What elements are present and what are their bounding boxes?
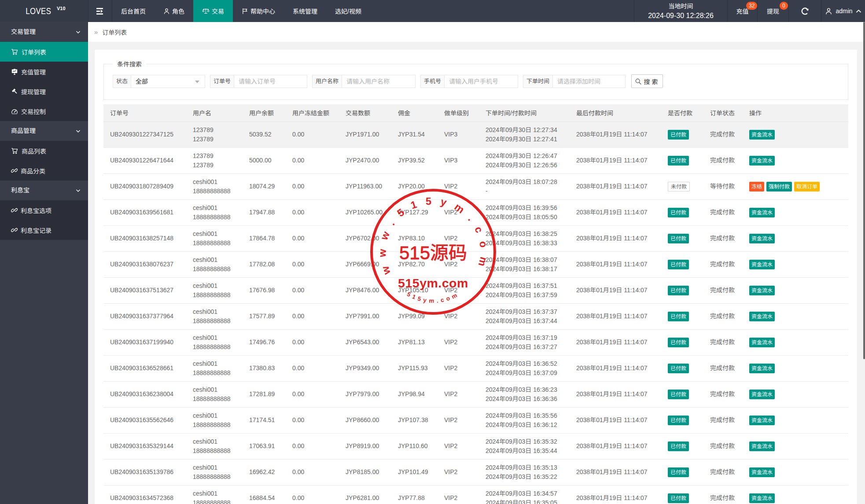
- sidebar-item[interactable]: 提现管理: [0, 81, 88, 101]
- search-legend: 条件搜索: [113, 59, 146, 68]
- nav-item-icon-wrap: [163, 8, 170, 15]
- cell-balance: 17947.88: [243, 199, 286, 225]
- nav-item[interactable]: 角色: [155, 0, 193, 22]
- recharge-menu-item[interactable]: 充值 32: [727, 0, 757, 22]
- table-row[interactable]: UB2409031638076237ceshi00118888888888177…: [103, 251, 848, 277]
- sidebar-item[interactable]: 利息宝选项: [0, 200, 88, 220]
- action-button[interactable]: 资金流水: [749, 441, 775, 451]
- sidebar-item[interactable]: 商品列表: [0, 141, 88, 161]
- table-row[interactable]: UB2409031637377964ceshi00118888888888175…: [103, 303, 848, 329]
- action-button[interactable]: 资金流水: [749, 390, 775, 399]
- user-menu[interactable]: admin: [821, 0, 865, 22]
- cell-order-status: 完成付款: [703, 485, 743, 504]
- table-row[interactable]: UB2409031636238004ceshi00118888888888172…: [103, 381, 848, 407]
- cell-user-name: 123789123789: [186, 121, 243, 147]
- sidebar-item-label: 利息宝记录: [21, 226, 52, 235]
- sidebar-item[interactable]: 商品分类: [0, 161, 88, 180]
- cell-level: VIP2: [438, 173, 479, 199]
- table-row[interactable]: UB2409031635329144ceshi00118888888888170…: [103, 433, 848, 459]
- cell-actions: 资金流水: [743, 459, 848, 485]
- cell-order-status: 完成付款: [703, 225, 743, 251]
- table-row[interactable]: UB2409031639561681ceshi00118888888888179…: [103, 199, 848, 225]
- order-no-input[interactable]: [234, 75, 307, 88]
- cell-amount: JYP2470.00: [339, 147, 391, 173]
- nav-item[interactable]: 帮助中心: [233, 0, 284, 22]
- cell-amount: JYP1971.00: [339, 121, 391, 147]
- brand-name: LOVES: [26, 6, 52, 16]
- table-row[interactable]: UB2409031637513627ceshi00118888888888176…: [103, 277, 848, 303]
- search-button[interactable]: 搜索: [631, 74, 663, 88]
- action-button[interactable]: 资金流水: [749, 364, 775, 373]
- column-header: 佣金: [391, 104, 438, 121]
- cell-actions: 资金流水: [743, 433, 848, 459]
- table-row[interactable]: UB2409031635562646ceshi00118888888888171…: [103, 407, 848, 433]
- cell-paid-state: 已付款: [661, 329, 703, 355]
- withdraw-menu-item[interactable]: 提现 0: [757, 0, 788, 22]
- status-select[interactable]: 全部: [131, 75, 205, 88]
- nav-item-icon-wrap: [202, 7, 210, 15]
- sidebar-item-label: 利息宝选项: [21, 206, 52, 215]
- action-button[interactable]: 取消订单: [794, 182, 820, 191]
- table-body: UB24093012273471251237891237895039.520.0…: [103, 121, 848, 504]
- sidebar-item[interactable]: 交易控制: [0, 101, 88, 121]
- action-button[interactable]: 强制付款: [766, 182, 792, 191]
- cell-frozen: 0.00: [286, 459, 339, 485]
- table-row[interactable]: UB24093012264716441237891237895000.000.0…: [103, 147, 848, 173]
- sidebar-item[interactable]: 订单列表: [0, 42, 88, 62]
- action-button[interactable]: 资金流水: [749, 312, 775, 321]
- table-row[interactable]: UB2409031637199940ceshi00118888888888174…: [103, 329, 848, 355]
- nav-item[interactable]: 系统管理: [284, 0, 326, 22]
- action-button[interactable]: 资金流水: [749, 130, 775, 140]
- cell-amount: JYP10265.00: [339, 199, 391, 225]
- action-button[interactable]: 资金流水: [749, 338, 775, 347]
- action-button[interactable]: 资金流水: [749, 260, 775, 269]
- cell-order-no: UB2409031639561681: [103, 199, 186, 225]
- action-button[interactable]: 资金流水: [749, 416, 775, 425]
- cell-order-pay-time: 2024年09月03日 16:36:522024年09月03日 16:37:09: [479, 355, 570, 381]
- sidebar-group[interactable]: 商品管理: [0, 121, 88, 141]
- table-row[interactable]: UB2409031636528661ceshi00118888888888173…: [103, 355, 848, 381]
- action-button[interactable]: 资金流水: [749, 156, 775, 166]
- table-row[interactable]: UB2409031807289409ceshi00118888888888180…: [103, 173, 848, 199]
- cell-last-pay-time: 2038年01月19日 11:14:07: [570, 147, 661, 173]
- sidebar-group[interactable]: 交易管理: [0, 22, 88, 42]
- column-header: 用户冻结金额: [286, 104, 339, 121]
- scrollbar-thumb[interactable]: [863, 22, 865, 359]
- screen-icon: [11, 68, 18, 75]
- action-button[interactable]: 冻结: [749, 182, 764, 191]
- action-button[interactable]: 资金流水: [749, 493, 775, 503]
- sidebar-group[interactable]: 利息宝: [0, 180, 88, 200]
- action-button[interactable]: 资金流水: [749, 467, 775, 477]
- nav-item[interactable]: 选妃/视频: [326, 0, 370, 22]
- cell-frozen: 0.00: [286, 199, 339, 225]
- action-button[interactable]: 资金流水: [749, 286, 775, 295]
- order-time-input[interactable]: [553, 75, 625, 88]
- sidebar-item-icon-wrap: [11, 207, 18, 213]
- cell-actions: 资金流水: [743, 277, 848, 303]
- cell-paid-state: 已付款: [661, 433, 703, 459]
- table-row[interactable]: UB24093012273471251237891237895039.520.0…: [103, 121, 848, 147]
- table-row[interactable]: UB2409031638257148ceshi00118888888888178…: [103, 225, 848, 251]
- user-name-input[interactable]: [342, 75, 415, 88]
- sidebar-item[interactable]: 利息宝记录: [0, 220, 88, 240]
- action-button[interactable]: 资金流水: [749, 234, 775, 243]
- cell-frozen: 0.00: [286, 277, 339, 303]
- cell-paid-state: 已付款: [661, 199, 703, 225]
- sidebar-item[interactable]: 充值管理: [0, 62, 88, 81]
- sidebar-item-icon-wrap: [11, 227, 18, 233]
- phone-input[interactable]: [445, 75, 518, 88]
- cell-commission: JYP82.70: [391, 251, 438, 277]
- paid-badge: 已付款: [668, 416, 689, 425]
- cell-commission: JYP31.54: [391, 121, 438, 147]
- table-row[interactable]: UB2409031635139786ceshi00118888888888169…: [103, 459, 848, 485]
- table-row[interactable]: UB2409031634572368ceshi00118888888888168…: [103, 485, 848, 504]
- nav-item-label: 系统管理: [293, 7, 317, 15]
- phone-label: 手机号: [421, 75, 445, 88]
- paid-badge: 已付款: [668, 260, 689, 269]
- refresh-button[interactable]: [788, 0, 821, 22]
- cell-order-no: UB2409301226471644: [103, 147, 186, 173]
- sidebar-toggle-button[interactable]: [88, 0, 112, 22]
- nav-item[interactable]: 交易: [193, 0, 233, 22]
- action-button[interactable]: 资金流水: [749, 208, 775, 217]
- nav-item[interactable]: 后台首页: [112, 0, 155, 22]
